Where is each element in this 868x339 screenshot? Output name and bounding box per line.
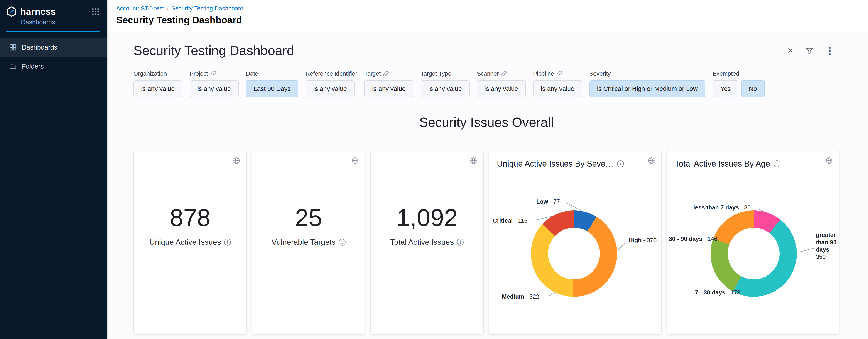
tile-unique-active-issues: 878 Unique Active Issues [133, 151, 247, 335]
tile-vulnerable-targets: 25 Vulnerable Targets [252, 151, 365, 335]
link-icon[interactable] [210, 70, 216, 77]
page-title: Security Testing Dashboard [116, 15, 868, 26]
tile-total-active-issues: 1,092 Total Active Issues [370, 151, 484, 335]
filter-label: Project [190, 70, 208, 77]
dashboard-title: Security Testing Dashboard [133, 43, 868, 58]
dashboards-icon [9, 44, 17, 51]
filter-label: Date [246, 70, 258, 77]
filter-pipeline: Pipeline is any value [533, 70, 582, 97]
sidebar-item-folders[interactable]: Folders [0, 57, 106, 76]
sidebar-accent-rule [6, 31, 100, 32]
breadcrumb: Account: STO test › Security Testing Das… [116, 5, 868, 12]
exempted-yes-button[interactable]: Yes [713, 80, 739, 97]
filter-label: Target Type [421, 70, 451, 77]
module-grid-icon[interactable] [92, 8, 99, 17]
chart-title: Unique Active Issues By Seve… [497, 159, 614, 169]
link-icon[interactable] [501, 70, 507, 77]
filter-scanner: Scanner is any value [477, 70, 526, 97]
breadcrumb-page-link[interactable]: Security Testing Dashboard [171, 5, 243, 12]
filter-label: Reference Identifier [306, 70, 357, 77]
filter-organization: Organization is any value [133, 70, 182, 97]
donut-hole [728, 228, 779, 280]
filter-icon[interactable] [805, 47, 813, 55]
chart-title-row: Unique Active Issues By Seve… [489, 151, 661, 169]
info-icon[interactable] [617, 161, 624, 167]
filter-target-value[interactable]: is any value [364, 80, 413, 97]
filter-scanner-value[interactable]: is any value [477, 80, 526, 97]
globe-icon[interactable] [825, 157, 833, 166]
link-icon[interactable] [556, 70, 562, 77]
filter-reference-identifier-value[interactable]: is any value [306, 80, 354, 97]
stat-label: Vulnerable Targets [272, 238, 345, 247]
breadcrumb-separator: › [167, 5, 169, 12]
tile-total-issues-by-age: Total Active Issues By Age [666, 151, 839, 335]
close-icon[interactable] [787, 46, 794, 55]
stat-label-text: Vulnerable Targets [272, 238, 336, 247]
filter-severity: Severity is Critical or High or Medium o… [589, 70, 705, 97]
filter-organization-value[interactable]: is any value [133, 80, 182, 97]
filter-reference-identifier: Reference Identifier is any value [306, 70, 357, 97]
donut-hole [548, 228, 600, 280]
chart-title: Total Active Issues By Age [675, 159, 770, 169]
harness-logo-icon [6, 6, 17, 17]
globe-icon[interactable] [470, 157, 477, 166]
filter-target-type-value[interactable]: is any value [421, 80, 470, 97]
chart-title-row: Total Active Issues By Age [667, 151, 839, 169]
app-window: harness Dashboards Dashb [0, 0, 868, 339]
stat-label: Total Active Issues [390, 238, 464, 247]
exempted-no-button[interactable]: No [741, 80, 765, 97]
chart-segment-label: Medium - 322 [502, 293, 539, 300]
breadcrumb-account-link[interactable]: Account: STO test [116, 5, 164, 12]
link-icon[interactable] [383, 70, 389, 77]
filter-label: Severity [589, 70, 611, 77]
stat-label-text: Total Active Issues [390, 238, 454, 247]
kebab-menu-icon[interactable] [825, 46, 834, 56]
dashboard-content: Security Testing Dashboard Organization … [106, 32, 868, 339]
chart-segment-label: 30 - 90 days - 146 [669, 235, 717, 242]
stat-value: 1,092 [396, 205, 458, 230]
sidebar-item-label: Dashboards [22, 44, 57, 51]
stat-label: Unique Active Issues [149, 238, 231, 247]
stat-label-text: Unique Active Issues [149, 238, 221, 247]
filter-label: Exempted [713, 70, 739, 77]
donut-chart[interactable] [531, 210, 617, 297]
brand-name: harness [21, 7, 56, 17]
chart-segment-label: High - 370 [628, 237, 656, 244]
donut-chart[interactable] [711, 210, 797, 297]
section-title: Security Issues Overall [133, 114, 839, 130]
tiles-row: 878 Unique Active Issues 25 Vulnerable [133, 151, 839, 335]
sidebar: harness Dashboards Dashb [0, 0, 106, 339]
filter-date-value[interactable]: Last 90 Days [246, 80, 298, 97]
harness-logo[interactable]: harness [6, 6, 100, 17]
folder-icon [9, 62, 17, 70]
info-icon[interactable] [339, 239, 345, 246]
filter-label: Target [364, 70, 381, 77]
filter-pipeline-value[interactable]: is any value [533, 80, 582, 97]
info-icon[interactable] [774, 161, 780, 167]
chart-segment-label: 7 - 30 days - 173 [695, 289, 740, 296]
globe-icon[interactable] [351, 157, 359, 166]
filter-bar: Organization is any value Project is a [133, 70, 868, 97]
sidebar-item-dashboards[interactable]: Dashboards [0, 38, 106, 57]
tile-unique-issues-by-severity: Unique Active Issues By Seve… [489, 151, 661, 335]
filter-exempted: Exempted Yes No [713, 70, 765, 97]
globe-icon[interactable] [233, 157, 241, 166]
filter-project-value[interactable]: is any value [190, 80, 239, 97]
chart-segment-label: Critical - 116 [493, 217, 527, 224]
info-icon[interactable] [224, 239, 231, 246]
top-header: Account: STO test › Security Testing Das… [106, 0, 868, 32]
globe-icon[interactable] [648, 157, 655, 166]
filter-project: Project is any value [190, 70, 239, 97]
info-icon[interactable] [457, 239, 464, 246]
filter-date: Date Last 90 Days [246, 70, 298, 97]
sidebar-header: harness Dashboards [0, 0, 106, 32]
filter-target-type: Target Type is any value [421, 70, 470, 97]
filter-severity-value[interactable]: is Critical or High or Medium or Low [589, 80, 705, 97]
stat-value: 878 [170, 205, 211, 230]
filter-label: Organization [133, 70, 167, 77]
dashboard-actions [787, 46, 835, 56]
filter-target: Target is any value [364, 70, 413, 97]
stat-value: 25 [295, 205, 322, 230]
chart-segment-label: less than 7 days - 80 [693, 204, 751, 211]
filter-label: Pipeline [533, 70, 554, 77]
